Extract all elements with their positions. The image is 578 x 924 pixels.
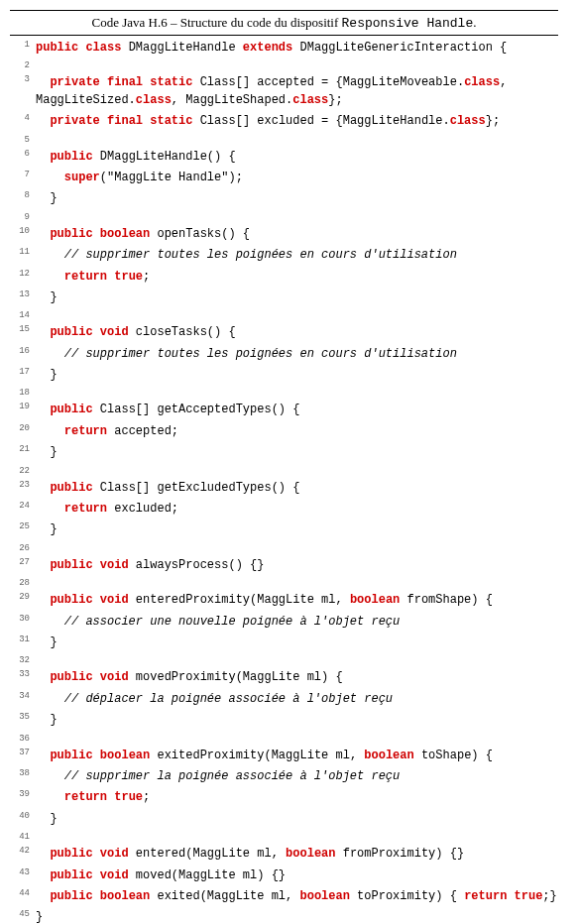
- caption-name: Responsive Handle: [342, 16, 474, 31]
- code-listing: 1 public class DMaggLiteHandle extends D…: [10, 38, 558, 924]
- caption-suffix: .: [473, 15, 476, 30]
- caption-prefix: Code Java H.6 – Structure du code du dis…: [92, 15, 342, 30]
- code-line: public class DMaggLiteHandle extends DMa…: [36, 38, 558, 58]
- line-number: 1: [10, 38, 36, 58]
- listing-container: Code Java H.6 – Structure du code du dis…: [0, 0, 578, 924]
- listing-caption: Code Java H.6 – Structure du code du dis…: [10, 10, 558, 36]
